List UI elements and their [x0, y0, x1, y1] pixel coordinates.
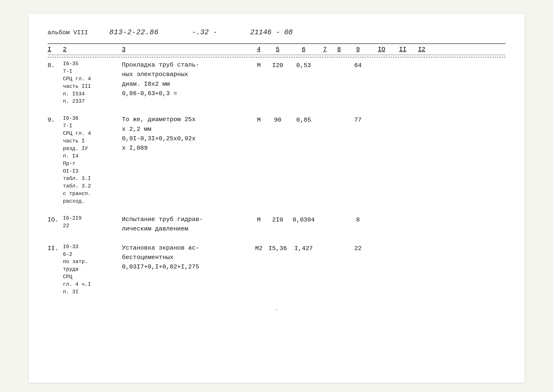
col-header-1: I — [48, 46, 61, 53]
row-11-qty: I5,36 — [266, 243, 290, 253]
col-header-8: 8 — [332, 46, 346, 53]
row-9-col9: 77 — [346, 115, 370, 125]
right-code-label: 21146 - 08 — [250, 28, 293, 36]
col-header-11: II — [394, 46, 412, 53]
table-row: 9. I6-367-IСРЦ гл. 4часть Iразд. IУп. I4… — [48, 115, 505, 205]
row-10-coeff: 0,0394 — [290, 215, 318, 224]
row-8-col9: 64 — [346, 60, 370, 70]
row-10-num: IO. — [48, 215, 63, 224]
row-10-qty: 2I0 — [266, 215, 290, 224]
page: альбом VIII 813-2-22.86 -.32 - 21146 - 0… — [29, 14, 525, 383]
row-10-unit: М — [252, 215, 266, 224]
column-header-row: I 2 3 4 5 6 7 8 9 IO II I2 — [48, 43, 505, 55]
row-11-coeff: I,427 — [290, 243, 318, 253]
row-9-unit: М — [252, 115, 266, 125]
col-header-12: I2 — [412, 46, 431, 53]
row-9-ref: I6-367-IСРЦ гл. 4часть Iразд. IУп. I4Пр-… — [63, 115, 117, 205]
table-row: 8. I6-357-IСРЦ гл. 4часть IIIп. I534п. 2… — [48, 60, 505, 105]
col-header-9: 9 — [346, 46, 370, 53]
col-header-3: 3 — [122, 46, 252, 53]
code-label: 813-2-22.86 — [109, 28, 159, 36]
row-8-ref: I6-357-IСРЦ гл. 4часть IIIп. I534п. 2337 — [63, 60, 117, 105]
row-9-qty: 90 — [266, 115, 290, 125]
row-10-ref: I6-2I922 — [63, 215, 117, 230]
row-9-coeff: 0,85 — [290, 115, 318, 125]
header-row: альбом VIII 813-2-22.86 -.32 - 21146 - 0… — [48, 28, 505, 36]
row-11-ref: I0-336-2по затр.трудаСРЦгл. 4 ч.Iп. 3I — [63, 243, 117, 296]
table-row: II. I0-336-2по затр.трудаСРЦгл. 4 ч.Iп. … — [48, 243, 505, 296]
row-10-desc: Испытание труб гидрав-лическим давлением — [122, 215, 252, 234]
row-11-desc: Установка экранов ас-бестоцементных0,03I… — [122, 243, 252, 272]
table-row: IO. I6-2I922 Испытание труб гидрав-личес… — [48, 215, 505, 234]
bottom-note: . — [48, 305, 505, 312]
col-header-4: 4 — [252, 46, 266, 53]
row-8-num: 8. — [48, 60, 63, 70]
row-9-desc: То же, диаметром 25хх 2,2 мм0,9I-0,3I+0,… — [122, 115, 252, 153]
row-8-unit: М — [252, 60, 266, 70]
col-header-7: 7 — [318, 46, 332, 53]
separator-line — [48, 57, 505, 57]
col-header-5: 5 — [266, 46, 290, 53]
row-11-col9: 22 — [346, 243, 370, 253]
row-8-coeff: 0,53 — [290, 60, 318, 70]
album-label: альбом VIII — [48, 29, 88, 36]
row-9-num: 9. — [48, 115, 63, 125]
col-header-10: IO — [370, 46, 394, 53]
number-label: -.32 - — [192, 28, 217, 36]
row-8-qty: I20 — [266, 60, 290, 70]
col-header-6: 6 — [290, 46, 318, 53]
col-header-2: 2 — [63, 46, 117, 53]
row-11-unit: М2 — [252, 243, 266, 253]
row-8-desc: Прокладка труб сталь-ных электросварныхд… — [122, 60, 252, 98]
row-10-col9: 8 — [346, 215, 370, 224]
row-11-num: II. — [48, 243, 63, 253]
